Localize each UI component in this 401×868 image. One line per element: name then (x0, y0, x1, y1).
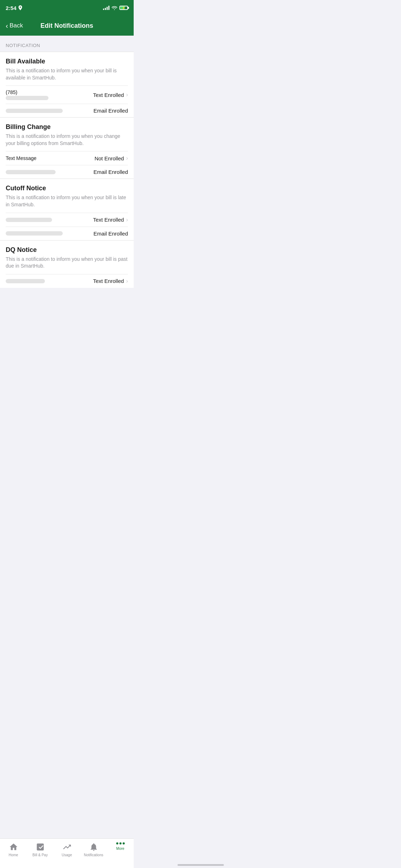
notif-phone-billing-change-0: Text Message (6, 155, 36, 161)
notif-desc-billing-change: This is a notification to inform you whe… (6, 133, 128, 147)
notif-status-bill-available-1: Email Enrolled (93, 108, 128, 114)
section-label: NOTIFICATION (0, 36, 134, 52)
page-title: Edit Notifications (41, 22, 93, 30)
notif-row-bill-available-1: Email Enrolled (6, 104, 128, 117)
notif-row-bill-available-0[interactable]: (785)Text Enrolled› (6, 86, 128, 104)
notif-left-cutoff-notice-0 (6, 218, 52, 222)
notif-left-bill-available-1 (6, 109, 63, 113)
notif-row-billing-change-1: Email Enrolled (6, 165, 128, 179)
notif-left-bill-available-0: (785) (6, 89, 48, 100)
notif-status-billing-change-0: Not Enrolled (94, 155, 124, 161)
status-icons: ⚡ (103, 6, 128, 10)
notif-right-billing-change-0: Not Enrolled› (94, 155, 128, 161)
notif-desc-dq-notice: This is a notification to inform you whe… (6, 256, 128, 270)
back-label: Back (10, 22, 23, 29)
wifi-icon (112, 6, 117, 10)
notif-right-dq-notice-0: Text Enrolled› (93, 278, 128, 284)
status-bar: 2:54 ⚡ (0, 0, 134, 16)
notif-row-billing-change-0[interactable]: Text MessageNot Enrolled› (6, 151, 128, 165)
main-content: NOTIFICATION Bill AvailableThis is a not… (0, 36, 134, 320)
notif-row-dq-notice-0[interactable]: Text Enrolled› (6, 274, 128, 288)
chevron-right-icon: › (126, 217, 128, 223)
nav-header: ‹ Back Edit Notifications (0, 16, 134, 36)
status-time: 2:54 (6, 5, 16, 11)
notification-item-billing-change: Billing ChangeThis is a notification to … (0, 118, 134, 179)
notif-row-cutoff-notice-1: Email Enrolled (6, 227, 128, 240)
chevron-right-icon: › (126, 92, 128, 98)
notif-blur-billing-change-1 (6, 170, 56, 174)
notif-desc-bill-available: This is a notification to inform you whe… (6, 67, 128, 81)
battery-icon: ⚡ (119, 6, 128, 10)
notif-status-bill-available-0: Text Enrolled (93, 92, 124, 98)
notif-status-billing-change-1: Email Enrolled (93, 169, 128, 175)
notif-title-cutoff-notice: Cutoff Notice (6, 185, 128, 192)
notif-right-cutoff-notice-1: Email Enrolled (93, 231, 128, 237)
notif-desc-cutoff-notice: This is a notification to inform you whe… (6, 194, 128, 208)
notif-left-cutoff-notice-1 (6, 231, 63, 236)
notif-right-billing-change-1: Email Enrolled (93, 169, 128, 175)
notif-title-billing-change: Billing Change (6, 123, 128, 131)
notif-left-billing-change-0: Text Message (6, 155, 36, 161)
notif-title-dq-notice: DQ Notice (6, 246, 128, 254)
notification-item-bill-available: Bill AvailableThis is a notification to … (0, 52, 134, 118)
back-button[interactable]: ‹ Back (6, 22, 23, 30)
notif-phone-bill-available-0: (785) (6, 89, 48, 95)
notif-left-dq-notice-0 (6, 279, 45, 283)
notif-blur-cutoff-notice-1 (6, 231, 63, 236)
location-icon (19, 5, 22, 10)
notif-status-cutoff-notice-1: Email Enrolled (93, 231, 128, 237)
notif-blur-bill-available-1 (6, 109, 63, 113)
notif-status-dq-notice-0: Text Enrolled (93, 278, 124, 284)
chevron-right-icon: › (126, 278, 128, 284)
notif-right-bill-available-1: Email Enrolled (93, 108, 128, 114)
back-chevron-icon: ‹ (6, 22, 8, 30)
notif-title-bill-available: Bill Available (6, 58, 128, 65)
notif-status-cutoff-notice-0: Text Enrolled (93, 217, 124, 223)
notif-right-cutoff-notice-0: Text Enrolled› (93, 217, 128, 223)
notif-blur-cutoff-notice-0 (6, 218, 52, 222)
notification-item-dq-notice: DQ NoticeThis is a notification to infor… (0, 241, 134, 288)
notif-row-cutoff-notice-0[interactable]: Text Enrolled› (6, 213, 128, 227)
notif-blur-bill-available-0 (6, 96, 48, 100)
notif-right-bill-available-0: Text Enrolled› (93, 92, 128, 98)
notification-item-cutoff-notice: Cutoff NoticeThis is a notification to i… (0, 179, 134, 240)
notifications-list: Bill AvailableThis is a notification to … (0, 52, 134, 288)
chevron-right-icon: › (126, 155, 128, 161)
notif-left-billing-change-1 (6, 170, 56, 174)
notif-blur-dq-notice-0 (6, 279, 45, 283)
signal-icon (103, 6, 109, 10)
